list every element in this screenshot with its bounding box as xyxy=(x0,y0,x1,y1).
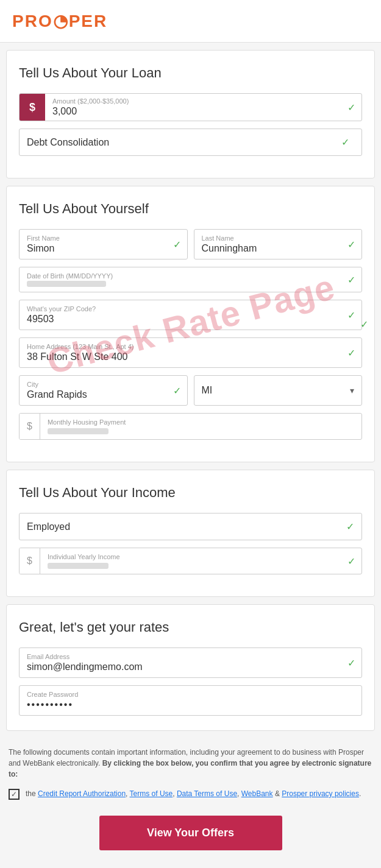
yearly-income-field[interactable]: $ Individual Yearly Income ✓ xyxy=(19,548,362,574)
logo-text-main: PRO xyxy=(12,12,53,30)
state-chevron-icon: ▾ xyxy=(350,386,354,395)
consent-row: ✓ the Credit Report Authorization, Terms… xyxy=(0,783,381,810)
monthly-payment-field[interactable]: $ Monthly Housing Payment ✓ xyxy=(19,413,362,440)
income-section: Tell Us About Your Income Employed ✓ $ I… xyxy=(6,470,375,597)
zip-check-icon: ✓ xyxy=(347,309,355,321)
amount-check-icon: ✓ xyxy=(347,102,355,113)
password-label: Create Password xyxy=(27,691,354,698)
address-field[interactable]: Home Address (123 Main St., Apt 4) 38 Fu… xyxy=(19,337,362,368)
consent-checkbox[interactable]: ✓ xyxy=(9,789,20,800)
last-name-label: Last Name xyxy=(202,235,355,242)
password-value: •••••••••• xyxy=(27,699,354,710)
first-name-label: First Name xyxy=(27,235,180,242)
email-value: simon@lendingmemo.com xyxy=(27,662,354,672)
loan-purpose-value: Debt Consolidation xyxy=(27,137,341,148)
name-row: First Name Simon ✓ Last Name Cunningham … xyxy=(19,229,362,259)
yourself-section: Check Rate Page Tell Us About Yourself F… xyxy=(6,186,375,462)
city-label: City xyxy=(27,381,180,388)
rates-section-title: Great, let's get your rates xyxy=(19,619,362,635)
prosper-privacy-link[interactable]: Prosper privacy policies xyxy=(282,789,359,798)
state-select[interactable]: MI ▾ xyxy=(194,375,363,406)
address-value: 38 Fulton St W Ste 400 xyxy=(27,351,354,362)
terms-of-use-link[interactable]: Terms of Use xyxy=(130,789,173,798)
zip-value: 49503 xyxy=(27,314,354,325)
yourself-section-title: Tell Us About Yourself xyxy=(19,201,362,217)
employment-field[interactable]: Employed ✓ xyxy=(19,513,362,540)
first-name-check-icon: ✓ xyxy=(173,239,181,250)
logo-accent: ◔ xyxy=(53,12,69,30)
amount-inner: Amount ($2,000-$35,000) 3,000 ✓ xyxy=(45,94,361,121)
last-name-field[interactable]: Last Name Cunningham ✓ xyxy=(194,229,363,259)
last-name-value: Cunningham xyxy=(202,243,355,254)
dob-label: Date of Birth (MM/DD/YYYY) xyxy=(27,272,354,280)
employment-value: Employed xyxy=(27,521,346,532)
dollar-badge: $ xyxy=(20,94,45,121)
yearly-income-placeholder xyxy=(48,563,109,569)
income-dollar-prefix: $ xyxy=(20,548,40,574)
last-name-check-icon: ✓ xyxy=(347,239,355,250)
amount-label: Amount ($2,000-$35,000) xyxy=(52,97,354,105)
data-terms-link[interactable]: Data Terms of Use xyxy=(177,789,237,798)
city-state-row: City Grand Rapids ✓ MI ▾ xyxy=(19,375,362,406)
income-section-title: Tell Us About Your Income xyxy=(19,485,362,501)
email-field[interactable]: Email Address simon@lendingmemo.com ✓ xyxy=(19,647,362,678)
rates-section: Great, let's get your rates Email Addres… xyxy=(6,604,375,731)
consent-text: the Credit Report Authorization, Terms o… xyxy=(26,788,361,799)
address-label: Home Address (123 Main St., Apt 4) xyxy=(27,343,354,350)
dob-check-icon: ✓ xyxy=(347,274,355,286)
amount-value: 3,000 xyxy=(52,106,354,117)
monthly-payment-inner: Monthly Housing Payment xyxy=(40,414,361,439)
yearly-income-inner: Individual Yearly Income xyxy=(40,548,361,574)
header: PRO◔PER xyxy=(0,0,381,43)
password-field[interactable]: Create Password •••••••••• xyxy=(19,685,362,716)
webbank-link[interactable]: WebBank xyxy=(241,789,273,798)
loan-purpose-field[interactable]: Debt Consolidation ✓ xyxy=(19,129,362,156)
view-offers-button[interactable]: View Your Offers xyxy=(99,816,282,850)
credit-report-link[interactable]: Credit Report Authorization xyxy=(38,789,126,798)
loan-purpose-check-icon: ✓ xyxy=(341,136,349,148)
yearly-income-label: Individual Yearly Income xyxy=(48,553,354,560)
zip-label: What's your ZIP Code? xyxy=(27,305,354,312)
loan-section: Tell Us About Your Loan $ Amount ($2,000… xyxy=(6,50,375,178)
amount-field[interactable]: $ Amount ($2,000-$35,000) 3,000 ✓ xyxy=(19,93,362,121)
employment-check-icon: ✓ xyxy=(346,521,354,532)
logo: PRO◔PER xyxy=(12,11,369,31)
loan-section-title: Tell Us About Your Loan xyxy=(19,65,362,81)
address-check-icon: ✓ xyxy=(347,347,355,359)
first-name-value: Simon xyxy=(27,243,180,254)
city-value: Grand Rapids xyxy=(27,389,180,400)
email-label: Email Address xyxy=(27,653,354,660)
first-name-field[interactable]: First Name Simon ✓ xyxy=(19,229,188,259)
zip-field[interactable]: What's your ZIP Code? 49503 ✓ xyxy=(19,300,362,330)
logo-text-end: PER xyxy=(69,12,108,30)
email-check-icon: ✓ xyxy=(347,657,355,669)
state-value: MI xyxy=(202,385,351,396)
monthly-dollar-prefix: $ xyxy=(20,414,40,439)
monthly-payment-placeholder xyxy=(48,428,109,434)
monthly-payment-label: Monthly Housing Payment xyxy=(48,418,354,426)
yearly-income-check-icon: ✓ xyxy=(347,556,355,567)
city-check-icon: ✓ xyxy=(173,385,181,397)
disclaimer-text: The following documents contain importan… xyxy=(0,738,381,783)
dob-field[interactable]: Date of Birth (MM/DD/YYYY) ✓ xyxy=(19,267,362,292)
dob-placeholder xyxy=(27,281,106,287)
city-field[interactable]: City Grand Rapids ✓ xyxy=(19,375,188,406)
